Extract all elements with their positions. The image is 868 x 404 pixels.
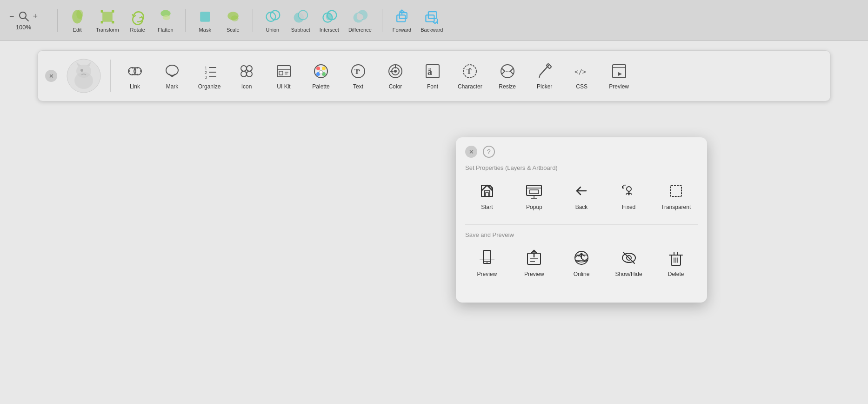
plugin-link[interactable]: Link — [116, 58, 154, 94]
forward-label: Forward — [393, 27, 411, 33]
text-label: Text — [353, 83, 363, 90]
popup-preview-device[interactable]: Preview — [465, 244, 509, 282]
character-icon: T — [461, 62, 479, 81]
popup-start[interactable]: Start — [465, 177, 509, 215]
popup-delete[interactable]: Delete — [654, 244, 698, 282]
resize-icon — [498, 62, 517, 81]
subtract-label: Subtract — [291, 27, 310, 33]
svg-text:2: 2 — [205, 70, 207, 75]
plugin-preview[interactable]: Preview — [601, 58, 638, 94]
svg-rect-8 — [112, 21, 114, 23]
toolbar-scale[interactable]: Scale — [219, 6, 247, 35]
popup-divider — [465, 224, 698, 225]
toolbar-union[interactable]: Union — [259, 6, 287, 35]
svg-text:3: 3 — [205, 75, 207, 80]
show-hide-icon — [620, 249, 638, 267]
plugin-color[interactable]: Color — [377, 58, 414, 94]
separator-2 — [185, 9, 186, 32]
plugin-uikit[interactable]: UI Kit — [265, 58, 302, 94]
popup-back[interactable]: Back — [560, 177, 603, 215]
svg-point-36 — [166, 65, 178, 75]
svg-rect-49 — [279, 71, 283, 75]
svg-point-44 — [247, 66, 252, 71]
plugin-organize[interactable]: 1 2 3 Organize — [191, 58, 228, 94]
scale-icon — [225, 8, 241, 25]
popup-close-button[interactable]: ✕ — [465, 146, 477, 158]
plugin-mark[interactable]: Mark — [154, 58, 191, 94]
toolbar-rotate[interactable]: Rotate — [124, 6, 152, 35]
start-label: Start — [481, 204, 493, 210]
zoom-plus[interactable]: + — [33, 12, 38, 21]
plugin-resize[interactable]: Resize — [489, 58, 526, 94]
svg-point-89 — [486, 263, 487, 264]
plugin-icon[interactable]: Icon — [228, 58, 265, 94]
popup-preview-export[interactable]: Preview — [513, 244, 556, 282]
svg-line-1 — [25, 18, 28, 21]
forward-icon — [394, 8, 410, 25]
toolbar-intersect[interactable]: Intersect — [315, 6, 344, 35]
panel-close-button[interactable]: ✕ — [45, 70, 57, 82]
plugin-panel: ✕ — [37, 50, 831, 101]
union-icon — [264, 8, 281, 25]
text-plugin-icon: T — [349, 62, 367, 81]
plugin-font[interactable]: ä Font — [414, 58, 451, 94]
fixed-icon — [620, 182, 638, 200]
toolbar-transform[interactable]: Transform — [91, 6, 124, 35]
popup-help-button[interactable]: ? — [483, 146, 495, 158]
transform-label: Transform — [96, 27, 119, 33]
popup-fixed[interactable]: Fixed — [607, 177, 651, 215]
organize-label: Organize — [198, 83, 221, 90]
online-label: Online — [574, 271, 590, 277]
plugin-character[interactable]: T Character — [451, 58, 489, 94]
app-logo — [63, 55, 105, 97]
toolbar-flatten[interactable]: Flatten — [152, 6, 180, 35]
zoom-minus[interactable]: − — [9, 12, 14, 21]
picker-label: Picker — [537, 83, 552, 90]
toolbar-backward[interactable]: Backward — [416, 6, 447, 35]
mark-label: Mark — [166, 83, 179, 90]
toolbar-edit[interactable]: Edit — [63, 6, 91, 35]
plugin-text[interactable]: T Text — [340, 58, 377, 94]
popup-popup-label: Popup — [526, 204, 542, 210]
svg-rect-76 — [486, 193, 488, 196]
edit-label: Edit — [73, 27, 82, 33]
svg-point-43 — [241, 66, 247, 71]
popup-transparent[interactable]: Transparent — [654, 177, 698, 215]
preview-export-label: Preview — [524, 271, 544, 277]
svg-rect-90 — [480, 259, 494, 260]
mask-label: Mask — [199, 27, 211, 33]
panel-tools: Link Mark 1 2 3 Organize — [116, 58, 823, 94]
edit-icon — [69, 8, 86, 25]
transparent-label: Transparent — [661, 204, 691, 210]
toolbar-forward[interactable]: Forward — [388, 6, 416, 35]
svg-rect-79 — [529, 190, 539, 194]
difference-label: Difference — [348, 27, 372, 33]
back-label: Back — [575, 204, 588, 210]
link-label: Link — [130, 83, 140, 90]
plugin-palette[interactable]: Palette — [302, 58, 340, 94]
plugin-picker[interactable]: Picker — [526, 58, 563, 94]
fixed-label: Fixed — [622, 204, 635, 210]
resize-label: Resize — [499, 83, 516, 90]
popup-show-hide[interactable]: Show/Hide — [607, 244, 651, 282]
plugin-css[interactable]: </> CSS — [563, 58, 601, 94]
backward-label: Backward — [421, 27, 443, 33]
svg-point-53 — [316, 67, 320, 70]
popup-icon — [525, 182, 543, 200]
popup-online[interactable]: Online — [560, 244, 603, 282]
svg-line-69 — [540, 66, 548, 75]
svg-text:1: 1 — [205, 66, 207, 70]
toolbar-mask[interactable]: Mask — [191, 6, 219, 35]
svg-rect-11 — [200, 12, 210, 22]
palette-icon — [312, 62, 330, 81]
toolbar-difference[interactable]: Difference — [344, 6, 376, 35]
zoom-icon[interactable] — [17, 10, 30, 23]
separator-4 — [382, 9, 382, 32]
zoom-control: − + 100% — [9, 10, 38, 31]
font-label: Font — [427, 83, 438, 90]
popup-popup[interactable]: Popup — [513, 177, 556, 215]
picker-icon — [535, 62, 554, 81]
toolbar-subtract[interactable]: Subtract — [287, 6, 315, 35]
top-toolbar: − + 100% Edit Transform — [0, 0, 868, 41]
union-label: Union — [266, 27, 279, 33]
